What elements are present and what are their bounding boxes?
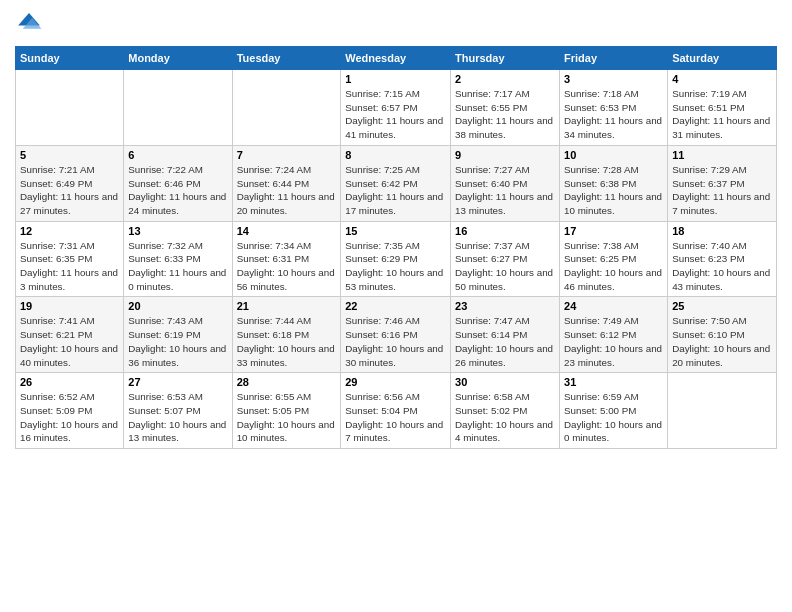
calendar-cell: 27Sunrise: 6:53 AM Sunset: 5:07 PM Dayli… xyxy=(124,373,232,449)
col-thursday: Thursday xyxy=(451,47,560,70)
calendar-cell: 12Sunrise: 7:31 AM Sunset: 6:35 PM Dayli… xyxy=(16,221,124,297)
day-info: Sunrise: 7:50 AM Sunset: 6:10 PM Dayligh… xyxy=(672,314,772,369)
day-info: Sunrise: 7:34 AM Sunset: 6:31 PM Dayligh… xyxy=(237,239,337,294)
day-info: Sunrise: 6:52 AM Sunset: 5:09 PM Dayligh… xyxy=(20,390,119,445)
logo xyxy=(15,10,47,38)
day-number: 26 xyxy=(20,376,119,388)
calendar-cell: 3Sunrise: 7:18 AM Sunset: 6:53 PM Daylig… xyxy=(560,70,668,146)
day-number: 22 xyxy=(345,300,446,312)
calendar-cell: 23Sunrise: 7:47 AM Sunset: 6:14 PM Dayli… xyxy=(451,297,560,373)
calendar-cell: 10Sunrise: 7:28 AM Sunset: 6:38 PM Dayli… xyxy=(560,145,668,221)
day-info: Sunrise: 7:25 AM Sunset: 6:42 PM Dayligh… xyxy=(345,163,446,218)
day-number: 18 xyxy=(672,225,772,237)
day-info: Sunrise: 6:56 AM Sunset: 5:04 PM Dayligh… xyxy=(345,390,446,445)
day-info: Sunrise: 7:18 AM Sunset: 6:53 PM Dayligh… xyxy=(564,87,663,142)
calendar-cell: 25Sunrise: 7:50 AM Sunset: 6:10 PM Dayli… xyxy=(668,297,777,373)
day-number: 3 xyxy=(564,73,663,85)
day-number: 9 xyxy=(455,149,555,161)
calendar-cell: 29Sunrise: 6:56 AM Sunset: 5:04 PM Dayli… xyxy=(341,373,451,449)
day-number: 7 xyxy=(237,149,337,161)
calendar-cell: 8Sunrise: 7:25 AM Sunset: 6:42 PM Daylig… xyxy=(341,145,451,221)
day-number: 15 xyxy=(345,225,446,237)
day-number: 6 xyxy=(128,149,227,161)
day-number: 2 xyxy=(455,73,555,85)
calendar-cell: 22Sunrise: 7:46 AM Sunset: 6:16 PM Dayli… xyxy=(341,297,451,373)
day-number: 20 xyxy=(128,300,227,312)
day-info: Sunrise: 7:46 AM Sunset: 6:16 PM Dayligh… xyxy=(345,314,446,369)
calendar-cell: 24Sunrise: 7:49 AM Sunset: 6:12 PM Dayli… xyxy=(560,297,668,373)
day-number: 19 xyxy=(20,300,119,312)
calendar-week-1: 1Sunrise: 7:15 AM Sunset: 6:57 PM Daylig… xyxy=(16,70,777,146)
day-info: Sunrise: 7:27 AM Sunset: 6:40 PM Dayligh… xyxy=(455,163,555,218)
calendar-cell: 9Sunrise: 7:27 AM Sunset: 6:40 PM Daylig… xyxy=(451,145,560,221)
col-saturday: Saturday xyxy=(668,47,777,70)
calendar-cell: 20Sunrise: 7:43 AM Sunset: 6:19 PM Dayli… xyxy=(124,297,232,373)
calendar-cell: 18Sunrise: 7:40 AM Sunset: 6:23 PM Dayli… xyxy=(668,221,777,297)
day-number: 8 xyxy=(345,149,446,161)
day-info: Sunrise: 7:15 AM Sunset: 6:57 PM Dayligh… xyxy=(345,87,446,142)
calendar-week-3: 12Sunrise: 7:31 AM Sunset: 6:35 PM Dayli… xyxy=(16,221,777,297)
calendar-week-4: 19Sunrise: 7:41 AM Sunset: 6:21 PM Dayli… xyxy=(16,297,777,373)
calendar-cell: 5Sunrise: 7:21 AM Sunset: 6:49 PM Daylig… xyxy=(16,145,124,221)
day-number: 12 xyxy=(20,225,119,237)
day-info: Sunrise: 7:32 AM Sunset: 6:33 PM Dayligh… xyxy=(128,239,227,294)
calendar-cell: 15Sunrise: 7:35 AM Sunset: 6:29 PM Dayli… xyxy=(341,221,451,297)
calendar-cell xyxy=(232,70,341,146)
calendar-cell: 1Sunrise: 7:15 AM Sunset: 6:57 PM Daylig… xyxy=(341,70,451,146)
day-info: Sunrise: 7:41 AM Sunset: 6:21 PM Dayligh… xyxy=(20,314,119,369)
day-number: 30 xyxy=(455,376,555,388)
col-monday: Monday xyxy=(124,47,232,70)
day-info: Sunrise: 7:21 AM Sunset: 6:49 PM Dayligh… xyxy=(20,163,119,218)
day-number: 27 xyxy=(128,376,227,388)
calendar-cell: 7Sunrise: 7:24 AM Sunset: 6:44 PM Daylig… xyxy=(232,145,341,221)
day-number: 17 xyxy=(564,225,663,237)
day-number: 13 xyxy=(128,225,227,237)
day-number: 14 xyxy=(237,225,337,237)
day-info: Sunrise: 7:22 AM Sunset: 6:46 PM Dayligh… xyxy=(128,163,227,218)
col-wednesday: Wednesday xyxy=(341,47,451,70)
day-info: Sunrise: 7:49 AM Sunset: 6:12 PM Dayligh… xyxy=(564,314,663,369)
calendar-cell: 14Sunrise: 7:34 AM Sunset: 6:31 PM Dayli… xyxy=(232,221,341,297)
calendar-cell: 30Sunrise: 6:58 AM Sunset: 5:02 PM Dayli… xyxy=(451,373,560,449)
calendar-week-2: 5Sunrise: 7:21 AM Sunset: 6:49 PM Daylig… xyxy=(16,145,777,221)
day-number: 25 xyxy=(672,300,772,312)
day-info: Sunrise: 6:55 AM Sunset: 5:05 PM Dayligh… xyxy=(237,390,337,445)
day-info: Sunrise: 7:47 AM Sunset: 6:14 PM Dayligh… xyxy=(455,314,555,369)
calendar-cell xyxy=(668,373,777,449)
day-info: Sunrise: 7:29 AM Sunset: 6:37 PM Dayligh… xyxy=(672,163,772,218)
col-tuesday: Tuesday xyxy=(232,47,341,70)
calendar-cell: 11Sunrise: 7:29 AM Sunset: 6:37 PM Dayli… xyxy=(668,145,777,221)
day-info: Sunrise: 7:24 AM Sunset: 6:44 PM Dayligh… xyxy=(237,163,337,218)
day-number: 5 xyxy=(20,149,119,161)
day-info: Sunrise: 7:17 AM Sunset: 6:55 PM Dayligh… xyxy=(455,87,555,142)
day-info: Sunrise: 7:35 AM Sunset: 6:29 PM Dayligh… xyxy=(345,239,446,294)
calendar-cell: 6Sunrise: 7:22 AM Sunset: 6:46 PM Daylig… xyxy=(124,145,232,221)
day-number: 23 xyxy=(455,300,555,312)
calendar-cell xyxy=(16,70,124,146)
day-info: Sunrise: 7:44 AM Sunset: 6:18 PM Dayligh… xyxy=(237,314,337,369)
day-number: 16 xyxy=(455,225,555,237)
calendar-header-row: Sunday Monday Tuesday Wednesday Thursday… xyxy=(16,47,777,70)
day-number: 11 xyxy=(672,149,772,161)
day-info: Sunrise: 7:37 AM Sunset: 6:27 PM Dayligh… xyxy=(455,239,555,294)
day-number: 1 xyxy=(345,73,446,85)
day-info: Sunrise: 6:59 AM Sunset: 5:00 PM Dayligh… xyxy=(564,390,663,445)
day-number: 31 xyxy=(564,376,663,388)
day-info: Sunrise: 6:58 AM Sunset: 5:02 PM Dayligh… xyxy=(455,390,555,445)
day-number: 28 xyxy=(237,376,337,388)
day-info: Sunrise: 7:40 AM Sunset: 6:23 PM Dayligh… xyxy=(672,239,772,294)
header xyxy=(15,10,777,38)
page-container: Sunday Monday Tuesday Wednesday Thursday… xyxy=(0,0,792,612)
day-number: 29 xyxy=(345,376,446,388)
calendar-cell: 31Sunrise: 6:59 AM Sunset: 5:00 PM Dayli… xyxy=(560,373,668,449)
logo-icon xyxy=(15,10,43,38)
calendar-table: Sunday Monday Tuesday Wednesday Thursday… xyxy=(15,46,777,449)
calendar-cell: 16Sunrise: 7:37 AM Sunset: 6:27 PM Dayli… xyxy=(451,221,560,297)
calendar-cell xyxy=(124,70,232,146)
calendar-cell: 21Sunrise: 7:44 AM Sunset: 6:18 PM Dayli… xyxy=(232,297,341,373)
day-number: 24 xyxy=(564,300,663,312)
col-friday: Friday xyxy=(560,47,668,70)
calendar-cell: 2Sunrise: 7:17 AM Sunset: 6:55 PM Daylig… xyxy=(451,70,560,146)
col-sunday: Sunday xyxy=(16,47,124,70)
day-number: 21 xyxy=(237,300,337,312)
